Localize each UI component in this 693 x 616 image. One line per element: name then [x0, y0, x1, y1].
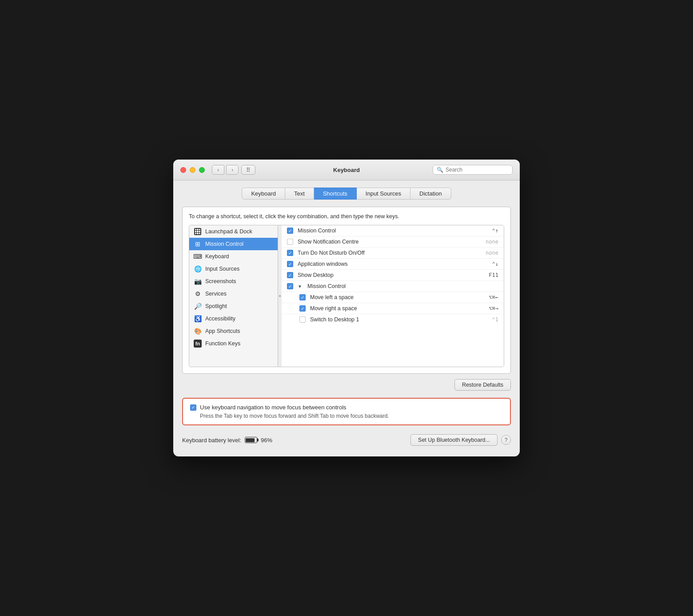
- shortcut-name-mission-control: Mission Control: [298, 228, 488, 234]
- tab-bar: Keyboard Text Shortcuts Input Sources Di…: [182, 188, 511, 200]
- keyboard-nav-label: Use keyboard navigation to move focus be…: [200, 404, 346, 411]
- checkbox-mission-control-expand[interactable]: [287, 283, 293, 289]
- shortcuts-sidebar: Launchpad & Dock ⊞ Mission Control ⌨ Key…: [189, 225, 278, 367]
- sidebar-label-screenshots: Screenshots: [205, 278, 236, 284]
- shortcut-move-left[interactable]: Move left a space ⌥⌘←: [282, 292, 504, 303]
- restore-defaults-container: Restore Defaults: [182, 379, 511, 391]
- shortcut-mission-control[interactable]: Mission Control ⌃↑: [282, 225, 504, 236]
- main-window: ‹ › ⠿ Keyboard 🔍 Keyboard Text Shortcuts…: [173, 160, 520, 456]
- sidebar-label-keyboard: Keyboard: [205, 253, 229, 260]
- shortcut-name-show-desktop: Show Desktop: [298, 272, 484, 278]
- keyboard-icon: ⌨: [194, 252, 202, 260]
- keyboard-nav-header: Use keyboard navigation to move focus be…: [190, 404, 503, 411]
- bottom-bar: Keyboard battery level: 96% Set Up Bluet…: [182, 432, 511, 448]
- bluetooth-setup-button[interactable]: Set Up Bluetooth Keyboard...: [410, 434, 498, 446]
- sidebar-item-input-sources[interactable]: 🌐 Input Sources: [189, 263, 278, 275]
- shortcut-show-desktop[interactable]: Show Desktop F11: [282, 270, 504, 281]
- resize-handle: [278, 225, 282, 367]
- shortcuts-list: Mission Control ⌃↑ Show Notification Cen…: [282, 225, 504, 367]
- shortcut-key-do-not-disturb: none: [486, 250, 498, 256]
- help-button[interactable]: ?: [501, 435, 511, 445]
- shortcut-key-app-windows: ⌃↓: [492, 261, 498, 267]
- screenshots-icon: 📷: [194, 277, 202, 285]
- battery-label: Keyboard battery level:: [182, 437, 241, 444]
- tab-dictation[interactable]: Dictation: [410, 188, 451, 200]
- function-keys-icon: fn: [194, 340, 202, 348]
- bottom-right: Set Up Bluetooth Keyboard... ?: [410, 434, 511, 446]
- battery-section: Keyboard battery level: 96%: [182, 437, 272, 444]
- keyboard-nav-checkbox[interactable]: [190, 404, 196, 411]
- battery-icon: [245, 437, 257, 443]
- tab-keyboard[interactable]: Keyboard: [242, 188, 285, 200]
- tab-text[interactable]: Text: [285, 188, 314, 200]
- sidebar-label-app-shortcuts: App Shortcuts: [205, 328, 240, 334]
- battery-body: [245, 437, 257, 443]
- sidebar-label-accessibility: Accessibility: [205, 316, 235, 322]
- split-panel: Launchpad & Dock ⊞ Mission Control ⌨ Key…: [189, 225, 504, 367]
- sidebar-label-mission-control: Mission Control: [205, 241, 243, 247]
- shortcut-switch-desktop[interactable]: Switch to Desktop 1 ⌃1: [282, 314, 504, 325]
- shortcut-name-switch-desktop: Switch to Desktop 1: [310, 316, 488, 323]
- shortcut-show-notification[interactable]: Show Notification Centre none: [282, 236, 504, 248]
- shortcut-key-show-notification: none: [486, 239, 498, 245]
- search-input[interactable]: [446, 167, 509, 173]
- expand-icon-mission-control[interactable]: ▼: [298, 284, 303, 289]
- checkbox-mission-control[interactable]: [287, 228, 293, 234]
- sidebar-item-app-shortcuts[interactable]: 🎨 App Shortcuts: [189, 325, 278, 337]
- sidebar-item-services[interactable]: ⚙ Services: [189, 288, 278, 300]
- sidebar-label-input-sources: Input Sources: [205, 266, 239, 272]
- accessibility-icon: ♿: [194, 315, 202, 323]
- sidebar-item-screenshots[interactable]: 📷 Screenshots: [189, 275, 278, 288]
- titlebar: ‹ › ⠿ Keyboard 🔍: [173, 160, 520, 180]
- shortcut-name-move-right: Move right a space: [310, 305, 484, 312]
- mission-control-icon: ⊞: [194, 240, 202, 248]
- back-button[interactable]: ‹: [212, 165, 224, 175]
- shortcut-mission-control-expand[interactable]: ▼ Mission Control: [282, 281, 504, 292]
- shortcut-key-move-right: ⌥⌘→: [489, 305, 498, 312]
- sidebar-label-spotlight: Spotlight: [205, 303, 227, 309]
- checkbox-show-notification[interactable]: [287, 239, 293, 245]
- restore-defaults-button[interactable]: Restore Defaults: [454, 379, 511, 391]
- shortcut-key-show-desktop: F11: [489, 272, 498, 278]
- search-icon: 🔍: [437, 167, 443, 173]
- app-shortcuts-icon: 🎨: [194, 327, 202, 335]
- sidebar-item-mission-control[interactable]: ⊞ Mission Control: [189, 238, 278, 250]
- content-area: Keyboard Text Shortcuts Input Sources Di…: [173, 180, 520, 456]
- main-panel: To change a shortcut, select it, click t…: [182, 207, 511, 374]
- search-bar: 🔍: [433, 165, 513, 175]
- maximize-button[interactable]: [199, 167, 205, 173]
- sidebar-item-accessibility[interactable]: ♿ Accessibility: [189, 312, 278, 325]
- sidebar-item-launchpad[interactable]: Launchpad & Dock: [189, 225, 278, 238]
- shortcut-move-right[interactable]: Move right a space ⌥⌘→: [282, 303, 504, 314]
- checkbox-move-left[interactable]: [299, 294, 306, 300]
- forward-button[interactable]: ›: [226, 165, 239, 175]
- checkbox-app-windows[interactable]: [287, 261, 293, 267]
- sidebar-label-launchpad: Launchpad & Dock: [205, 228, 252, 235]
- checkbox-switch-desktop[interactable]: [299, 316, 306, 323]
- sidebar-item-keyboard[interactable]: ⌨ Keyboard: [189, 250, 278, 263]
- shortcut-name-mission-control-expand: Mission Control: [307, 283, 494, 289]
- battery-fill: [246, 438, 255, 442]
- shortcut-key-move-left: ⌥⌘←: [489, 294, 498, 300]
- checkbox-show-desktop[interactable]: [287, 272, 293, 278]
- keyboard-nav-description: Press the Tab key to move focus forward …: [200, 413, 503, 419]
- checkbox-move-right[interactable]: [299, 305, 306, 312]
- input-sources-icon: 🌐: [194, 265, 202, 273]
- shortcut-key-switch-desktop: ⌃1: [492, 316, 498, 323]
- spotlight-icon: 🔎: [194, 302, 202, 310]
- tab-input-sources[interactable]: Input Sources: [357, 188, 410, 200]
- tab-shortcuts[interactable]: Shortcuts: [314, 188, 357, 200]
- keyboard-nav-box: Use keyboard navigation to move focus be…: [182, 398, 511, 425]
- shortcut-name-show-notification: Show Notification Centre: [298, 239, 481, 245]
- sidebar-item-spotlight[interactable]: 🔎 Spotlight: [189, 300, 278, 312]
- minimize-button[interactable]: [190, 167, 195, 173]
- sidebar-item-function-keys[interactable]: fn Function Keys: [189, 337, 278, 350]
- instruction-text: To change a shortcut, select it, click t…: [189, 213, 504, 220]
- shortcut-name-app-windows: Application windows: [298, 261, 488, 267]
- close-button[interactable]: [180, 167, 186, 173]
- shortcut-app-windows[interactable]: Application windows ⌃↓: [282, 259, 504, 270]
- nav-buttons: ‹ ›: [212, 165, 239, 175]
- grid-button[interactable]: ⠿: [241, 165, 255, 175]
- shortcut-do-not-disturb[interactable]: Turn Do Not Disturb On/Off none: [282, 248, 504, 259]
- checkbox-do-not-disturb[interactable]: [287, 250, 293, 256]
